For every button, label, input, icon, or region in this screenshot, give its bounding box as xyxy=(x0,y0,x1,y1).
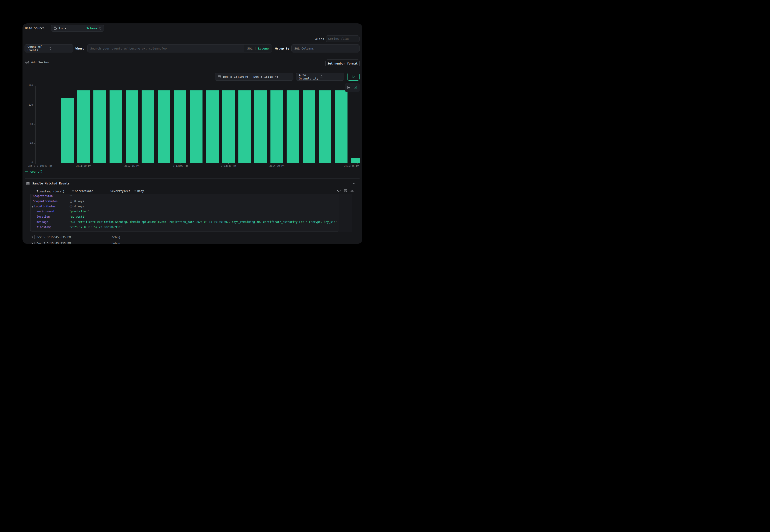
group-by-input[interactable] xyxy=(291,44,359,52)
chart-bar[interactable] xyxy=(319,90,331,163)
chart-type-toolbar xyxy=(345,83,360,92)
x-axis-label: 3:15:45 PM xyxy=(344,164,359,167)
x-axis-label: 3:13:00 PM xyxy=(173,164,188,167)
chart-bar[interactable] xyxy=(303,90,315,163)
chart-bar[interactable] xyxy=(270,90,283,163)
query-builder-card: Data Source Logs Schema Alias Count of E… xyxy=(22,23,362,244)
chart-bar[interactable] xyxy=(190,90,202,163)
add-series-button[interactable]: Add Series xyxy=(25,60,49,64)
y-axis-label: 0 xyxy=(22,161,33,164)
attribute-row[interactable]: ScopeAttributes{} 0 keys xyxy=(30,200,339,205)
event-attributes-panel: ScopeVersion""ScopeAttributes{} 0 keysLo… xyxy=(30,194,339,231)
alias-input[interactable] xyxy=(326,35,359,42)
events-header[interactable]: Sample Matched Events xyxy=(26,181,70,185)
drag-handle-icon[interactable] xyxy=(72,190,74,192)
caret-down-icon[interactable] xyxy=(32,206,33,208)
chevron-updown-icon xyxy=(320,75,341,79)
attribute-key: message xyxy=(37,220,48,224)
drag-handle-icon[interactable] xyxy=(107,190,109,192)
chart-legend[interactable]: count() xyxy=(25,170,43,173)
collapse-events-chevron[interactable] xyxy=(352,182,356,185)
attribute-row[interactable]: timestamp"2025-12-05T13:57:23.082306893Z… xyxy=(30,226,339,231)
chart-bar[interactable] xyxy=(238,90,251,163)
event-row[interactable]: Dec 5 3:15:45.635 PMdebug xyxy=(22,235,362,240)
attribute-row[interactable]: ScopeVersion"" xyxy=(30,194,339,199)
severity-indicator xyxy=(34,235,35,239)
chart-bar[interactable] xyxy=(93,90,106,163)
event-row[interactable]: Dec 5 3:15:45.235 PMdebug xyxy=(22,242,362,244)
play-icon xyxy=(352,75,355,78)
run-query-button[interactable] xyxy=(347,73,359,81)
wrap-text-icon[interactable] xyxy=(343,189,347,192)
x-axis-label: 3:12:15 PM xyxy=(124,164,139,167)
event-timestamp: Dec 5 3:15:45.235 PM xyxy=(37,242,71,244)
add-series-label: Add Series xyxy=(31,61,49,64)
attribute-value: "SSL certificate expiration warning, dom… xyxy=(69,220,337,224)
alias-divider xyxy=(25,39,314,39)
chart-bar[interactable] xyxy=(335,90,347,163)
x-axis-label: 3:13:45 PM xyxy=(221,164,236,167)
timeseries-chart[interactable]: 04080120160Dec 5 3:10:45 PM3:11:30 PM3:1… xyxy=(22,80,360,176)
chart-bar[interactable] xyxy=(126,90,138,163)
page-background: { "colors": { "accent": "#2ed3a0", "bar"… xyxy=(0,0,385,266)
attribute-key: environment xyxy=(37,210,55,213)
search-input[interactable] xyxy=(87,45,244,52)
event-severity: debug xyxy=(112,242,120,244)
attribute-value: "us-west1" xyxy=(69,215,86,218)
chart-bar[interactable] xyxy=(351,158,360,163)
y-axis-tick xyxy=(34,143,35,144)
column-header-timestamp[interactable]: Timestamp (Local) xyxy=(37,190,65,193)
column-header-servicename[interactable]: ServiceName xyxy=(72,189,93,193)
attribute-value: "" xyxy=(69,194,72,198)
data-source-select[interactable]: Logs Schema xyxy=(51,25,104,32)
attribute-value: {} 0 keys xyxy=(69,200,84,203)
chart-bar[interactable] xyxy=(158,90,170,163)
set-number-format-button[interactable]: Set number format xyxy=(325,60,359,67)
expand-chevron-icon[interactable] xyxy=(31,242,33,244)
where-label: Where xyxy=(75,47,84,50)
event-timestamp: Dec 5 3:15:45.635 PM xyxy=(37,235,71,239)
y-axis-label: 120 xyxy=(22,103,33,106)
x-axis-label: Dec 5 3:10:45 PM xyxy=(28,164,52,167)
calendar-icon xyxy=(218,75,221,78)
language-lucene[interactable]: Lucene xyxy=(258,47,269,50)
chart-bar[interactable] xyxy=(222,90,235,163)
braces-icon: {} xyxy=(69,205,72,208)
list-icon xyxy=(26,181,30,185)
granularity-select[interactable]: Auto Granularity xyxy=(296,73,344,81)
attribute-row[interactable]: environment"production" xyxy=(30,210,339,215)
events-list[interactable]: ScopeVersion""ScopeAttributes{} 0 keysLo… xyxy=(22,194,362,244)
attribute-row[interactable]: LogAttributes{} 4 keys xyxy=(30,205,339,210)
language-toggle[interactable]: SQL | Lucene xyxy=(244,45,272,52)
attribute-value: "2025-12-05T13:57:23.082306893Z" xyxy=(69,226,122,229)
download-icon[interactable] xyxy=(350,189,354,192)
y-axis-tick xyxy=(34,105,35,105)
drag-handle-icon[interactable] xyxy=(134,190,136,192)
y-axis-tick xyxy=(34,86,35,86)
chart-bar[interactable] xyxy=(286,90,299,163)
column-header-body[interactable]: Body xyxy=(134,189,144,193)
line-chart-icon[interactable] xyxy=(347,86,351,89)
y-axis-label: 80 xyxy=(22,123,33,126)
chevron-updown-icon xyxy=(49,47,71,50)
chart-bar[interactable] xyxy=(142,90,154,163)
chart-bar[interactable] xyxy=(206,90,219,163)
column-header-severitytext[interactable]: SeverityText xyxy=(107,189,130,193)
attribute-row[interactable]: message"SSL certificate expiration warni… xyxy=(30,220,339,225)
chart-bar[interactable] xyxy=(254,90,267,163)
language-sql[interactable]: SQL xyxy=(247,47,252,50)
attribute-key: ScopeAttributes xyxy=(33,200,57,203)
bar-chart-icon[interactable] xyxy=(353,86,357,89)
chart-bar[interactable] xyxy=(77,90,90,163)
language-separator: | xyxy=(254,47,256,50)
code-icon[interactable] xyxy=(337,189,341,192)
chart-bar[interactable] xyxy=(174,90,186,163)
expand-chevron-icon[interactable] xyxy=(31,236,33,238)
time-range-picker[interactable]: Dec 5 15:10:46 - Dec 5 15:15:46 xyxy=(215,73,293,81)
chart-bar[interactable] xyxy=(109,90,122,163)
attribute-row[interactable]: location"us-west1" xyxy=(30,215,339,220)
x-axis-label: 3:11:30 PM xyxy=(76,164,91,167)
aggregation-select[interactable]: Count of Events xyxy=(25,44,73,52)
event-severity: debug xyxy=(112,235,120,239)
chart-bar[interactable] xyxy=(61,98,74,163)
